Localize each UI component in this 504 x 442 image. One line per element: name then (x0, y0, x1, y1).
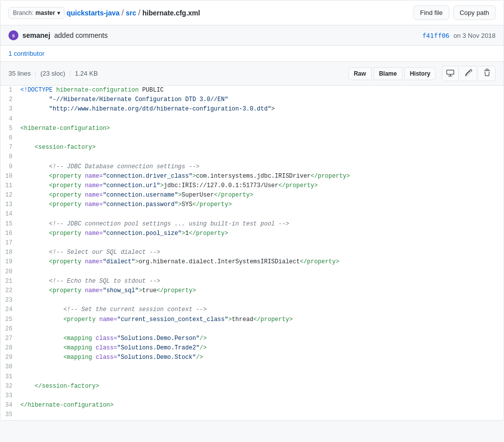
line-code (20, 391, 504, 401)
contributors-label: 1 contributor (8, 50, 44, 57)
history-button[interactable]: History (404, 67, 436, 80)
branch-name: master (35, 9, 55, 16)
commit-hash[interactable]: f41ff06 (422, 32, 450, 39)
path-link-repo[interactable]: quickstarts-java (67, 9, 120, 17)
line-code (20, 325, 504, 334)
line-code: <!-- Set the current session context --> (20, 305, 504, 315)
file-lines: 35 lines (8, 70, 31, 77)
line-number: 29 (0, 353, 20, 362)
line-number: 30 (0, 362, 20, 372)
table-row: 4 (0, 114, 504, 124)
line-number: 4 (0, 114, 20, 124)
table-row: 14 (0, 210, 504, 219)
line-code: </hibernate-configuration> (20, 401, 504, 410)
line-code: <property name="connection.username">Sup… (20, 191, 504, 200)
line-number: 19 (0, 257, 20, 267)
line-number: 2 (0, 95, 20, 105)
edit-icon-button[interactable] (461, 66, 477, 81)
line-number: 17 (0, 238, 20, 248)
line-code: </session-factory> (20, 382, 504, 391)
line-code (20, 362, 504, 372)
table-row: 6 (0, 133, 504, 143)
table-row: 23 (0, 296, 504, 305)
file-sloc: (23 sloc) (40, 70, 65, 77)
line-number: 33 (0, 391, 20, 401)
stat-divider-1: | (35, 70, 36, 77)
table-row: 5 <hibernate-configuration> (0, 124, 504, 133)
table-row: 28 <mapping class="Solutions.Demo.Trade2… (0, 343, 504, 353)
raw-button[interactable]: Raw (348, 67, 372, 80)
table-row: 13 <property name="connection.password">… (0, 200, 504, 210)
line-code: <property name="current_session_context_… (20, 315, 504, 325)
path-link-src[interactable]: src (126, 9, 136, 17)
table-row: 10 <property name="connection.driver_cla… (0, 172, 504, 181)
line-number: 15 (0, 220, 20, 229)
line-number: 7 (0, 143, 20, 152)
code-area: 1 <!DOCTYPE hibernate-configuration PUBL… (0, 86, 504, 420)
line-code: <property name="connection.pool_size">1<… (20, 229, 504, 238)
file-header: Branch: master ▾ quickstarts-java / src … (0, 0, 504, 25)
table-row: 18 <!-- Select our SQL dialect --> (0, 248, 504, 257)
line-number: 26 (0, 325, 20, 334)
line-number: 13 (0, 200, 20, 210)
table-row: 33 (0, 391, 504, 401)
table-row: 20 (0, 267, 504, 277)
line-number: 27 (0, 334, 20, 343)
table-row: 11 <property name="connection.url">jdbc:… (0, 181, 504, 191)
line-code (20, 372, 504, 382)
file-size: 1.24 KB (75, 70, 98, 77)
table-row: 2 "-//Hibernate/Hibernate Configuration … (0, 95, 504, 105)
branch-selector[interactable]: Branch: master ▾ (8, 7, 65, 19)
line-code: <property name="connection.url">jdbc:IRI… (20, 181, 504, 191)
line-number: 28 (0, 343, 20, 353)
table-row: 3 "http://www.hibernate.org/dtd/hibernat… (0, 105, 504, 114)
line-code: <!-- Select our SQL dialect --> (20, 248, 504, 257)
commit-right: f41ff06 on 3 Nov 2018 (422, 32, 496, 39)
line-number: 23 (0, 296, 20, 305)
line-number: 31 (0, 372, 20, 382)
line-number: 20 (0, 267, 20, 277)
line-code (20, 152, 504, 162)
table-row: 32 </session-factory> (0, 382, 504, 391)
table-row: 31 (0, 372, 504, 382)
line-number: 24 (0, 305, 20, 315)
table-row: 30 (0, 362, 504, 372)
blame-button[interactable]: Blame (374, 67, 403, 80)
line-code: <property name="connection.driver_class"… (20, 172, 504, 181)
path-separator-2: / (138, 8, 140, 17)
line-number: 35 (0, 410, 20, 420)
table-row: 7 <session-factory> (0, 143, 504, 152)
delete-icon-button[interactable] (479, 66, 496, 81)
commit-author[interactable]: semanej (22, 31, 50, 39)
line-number: 22 (0, 286, 20, 296)
avatar: s (8, 30, 18, 40)
path-separator-1: / (121, 8, 123, 17)
line-code: <!-- JDBC Database connection settings -… (20, 162, 504, 172)
header-buttons: Find file Copy path (413, 5, 496, 20)
file-actions: Raw Blame History (348, 66, 496, 81)
line-code (20, 238, 504, 248)
line-number: 11 (0, 181, 20, 191)
line-code: <mapping class="Solutions.Demo.Stock"/> (20, 353, 504, 362)
table-row: 9 <!-- JDBC Database connection settings… (0, 162, 504, 172)
file-path: Branch: master ▾ quickstarts-java / src … (8, 7, 200, 19)
commit-left: s semanej added comments (8, 30, 107, 40)
find-file-button[interactable]: Find file (413, 5, 449, 20)
line-number: 1 (0, 86, 20, 95)
line-code: <!-- Echo the SQL to stdout --> (20, 277, 504, 286)
line-number: 14 (0, 210, 20, 219)
line-number: 18 (0, 248, 20, 257)
copy-path-button[interactable]: Copy path (453, 5, 496, 20)
line-code: <mapping class="Solutions.Demo.Trade2"/> (20, 343, 504, 353)
line-code: <!DOCTYPE hibernate-configuration PUBLIC (20, 86, 504, 95)
line-code: <property name="dialect">org.hibernate.d… (20, 257, 504, 267)
path-current-file: hibernate.cfg.xml (142, 9, 200, 17)
page-wrapper: Branch: master ▾ quickstarts-java / src … (0, 0, 504, 421)
desktop-icon-button[interactable] (442, 66, 459, 81)
line-code (20, 210, 504, 219)
contributors-bar[interactable]: 1 contributor (0, 46, 504, 62)
line-code: <session-factory> (20, 143, 504, 152)
table-row: 25 <property name="current_session_conte… (0, 315, 504, 325)
table-row: 22 <property name="show_sql">true</prope… (0, 286, 504, 296)
commit-date: on 3 Nov 2018 (453, 32, 496, 39)
